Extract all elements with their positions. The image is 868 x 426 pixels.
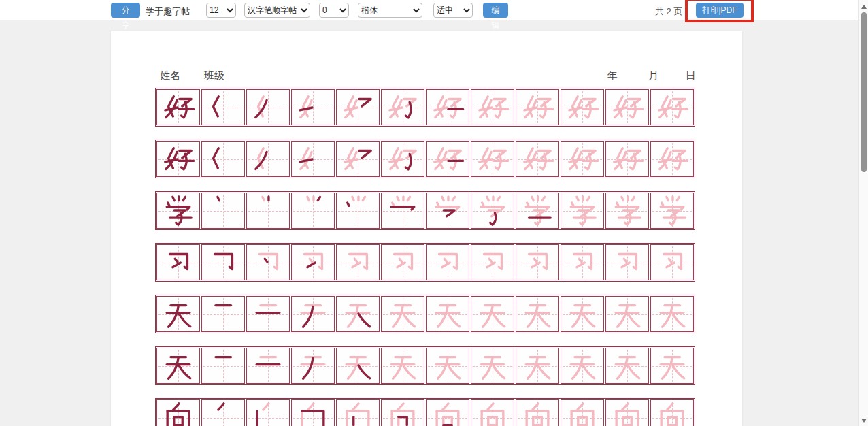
font-style-select[interactable]: 楷体 [358, 3, 422, 18]
character-glyph [475, 350, 510, 382]
practice-cell [246, 348, 290, 384]
character-glyph [430, 246, 465, 279]
edit-button[interactable]: 编辑 [483, 3, 508, 18]
practice-cell [201, 348, 245, 384]
practice-cell [201, 141, 245, 177]
practice-cell [561, 399, 604, 426]
font-size-select[interactable]: 12 [206, 3, 236, 18]
character-glyph [250, 195, 286, 227]
density-select[interactable]: 适中 [433, 3, 473, 18]
practice-cell [471, 89, 514, 125]
character-glyph [385, 143, 420, 176]
practice-cell [516, 244, 559, 280]
practice-cell [516, 193, 559, 229]
character-glyph [340, 195, 375, 227]
practice-row [155, 191, 695, 230]
character-glyph [205, 350, 241, 382]
practice-cell [605, 89, 649, 125]
character-glyph [385, 350, 420, 382]
print-pdf-button[interactable]: 打印|PDF [696, 3, 744, 18]
character-glyph [654, 195, 690, 227]
character-glyph [520, 402, 555, 426]
character-glyph [565, 91, 600, 124]
practice-cell [650, 244, 694, 280]
stroke-option-select[interactable]: 0 [319, 3, 349, 18]
character-glyph [654, 402, 690, 426]
practice-cell [516, 296, 559, 332]
practice-cell [156, 89, 200, 125]
practice-row [155, 140, 695, 178]
practice-cell [650, 348, 694, 384]
scrollbar-thumb[interactable] [861, 12, 867, 172]
practice-cell [156, 399, 200, 426]
character-glyph [161, 143, 196, 176]
character-glyph [475, 143, 510, 176]
character-glyph [340, 143, 375, 176]
practice-cell [650, 399, 694, 426]
practice-cell [246, 89, 290, 125]
practice-cell [650, 89, 694, 125]
practice-cell [291, 141, 335, 177]
practice-cell [201, 193, 245, 229]
practice-cell [516, 348, 559, 384]
practice-cell [561, 296, 604, 332]
practice-cell [336, 89, 380, 125]
practice-cell [426, 244, 469, 280]
practice-cell [471, 399, 514, 426]
page-count-label: 共 2 页 [655, 5, 682, 18]
practice-cell [201, 399, 245, 426]
practice-row [155, 243, 695, 282]
character-glyph [250, 91, 286, 124]
vertical-scrollbar[interactable] [858, 0, 868, 426]
practice-cell [291, 193, 335, 229]
scroll-up-icon[interactable] [861, 5, 867, 9]
site-title: 学于趣字帖 [146, 5, 190, 18]
character-glyph [475, 298, 510, 331]
practice-cell [246, 244, 290, 280]
practice-cell [201, 244, 245, 280]
toolbar: 分享 学于趣字帖 12 汉字笔顺字帖 0 楷体 适中 编辑 共 2 页 打印|P… [0, 0, 858, 20]
practice-cell [516, 89, 559, 125]
character-glyph [520, 298, 555, 331]
character-glyph [385, 298, 420, 331]
year-label: 年 [607, 69, 618, 82]
character-glyph [385, 91, 420, 124]
share-button[interactable]: 分享 [111, 3, 140, 18]
character-glyph [610, 195, 645, 227]
character-glyph [654, 246, 690, 279]
character-glyph [205, 91, 241, 124]
practice-cell [650, 141, 694, 177]
day-label: 日 [686, 69, 696, 82]
character-glyph [430, 402, 465, 426]
practice-cell [471, 348, 514, 384]
character-glyph [295, 350, 331, 382]
practice-cell [426, 296, 469, 332]
practice-cell [246, 296, 290, 332]
character-glyph [161, 91, 196, 124]
practice-cell [471, 141, 514, 177]
practice-cell [156, 141, 200, 177]
sheet-type-select[interactable]: 汉字笔顺字帖 [244, 3, 310, 18]
character-glyph [654, 350, 690, 382]
practice-cell [336, 296, 380, 332]
practice-cell [381, 399, 424, 426]
practice-cell [426, 193, 469, 229]
practice-cell [246, 141, 290, 177]
scroll-down-icon[interactable] [861, 419, 867, 423]
practice-cell [381, 348, 424, 384]
character-glyph [475, 91, 510, 124]
character-glyph [610, 246, 645, 279]
practice-grid [155, 88, 695, 426]
practice-cell [201, 89, 245, 125]
character-glyph [340, 402, 375, 426]
character-glyph [250, 246, 286, 279]
practice-cell [650, 296, 694, 332]
practice-cell [605, 296, 649, 332]
practice-cell [381, 296, 424, 332]
character-glyph [161, 350, 196, 382]
practice-cell [605, 141, 649, 177]
practice-cell [291, 296, 335, 332]
character-glyph [430, 350, 465, 382]
practice-cell [471, 296, 514, 332]
character-glyph [520, 195, 555, 227]
